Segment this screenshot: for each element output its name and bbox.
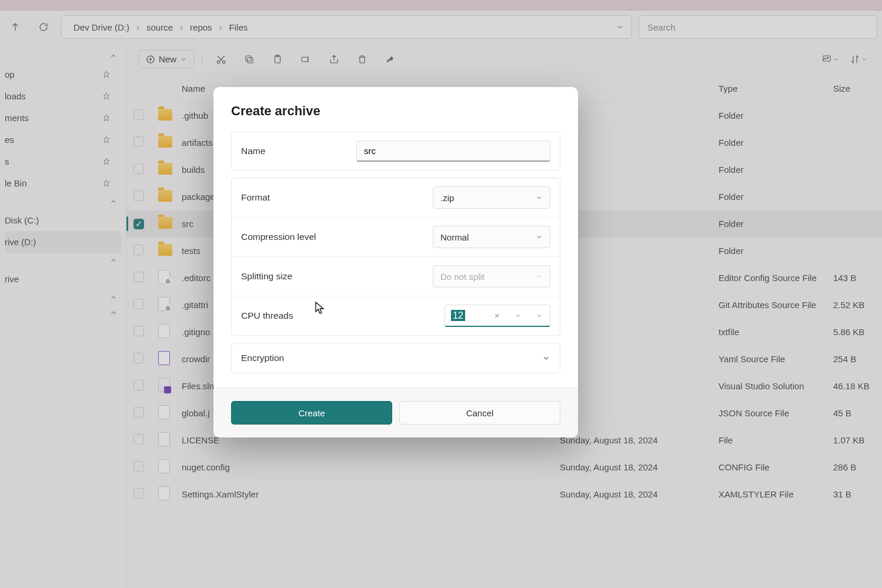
cancel-button[interactable]: Cancel [399,401,560,425]
dialog-title: Create archive [231,103,560,119]
name-label: Name [241,146,356,156]
cpu-threads-input[interactable]: 12 [445,305,550,327]
cpu-down-icon[interactable] [529,305,550,326]
cpu-label: CPU threads [241,310,445,321]
splitting-label: Splitting size [241,271,433,282]
format-select[interactable]: .zip [433,186,550,209]
splitting-select[interactable]: Do not split [433,265,550,288]
cpu-up-icon[interactable] [507,305,529,326]
encryption-expander[interactable]: Encryption [231,343,560,373]
compression-label: Compression level [241,232,433,242]
create-archive-dialog: Create archive Name Format .zip Compress… [213,87,578,437]
archive-name-input[interactable] [356,141,550,162]
cpu-clear-icon[interactable] [486,305,507,326]
create-button[interactable]: Create [231,401,392,425]
format-label: Format [241,192,433,203]
compression-select[interactable]: Normal [433,226,550,248]
